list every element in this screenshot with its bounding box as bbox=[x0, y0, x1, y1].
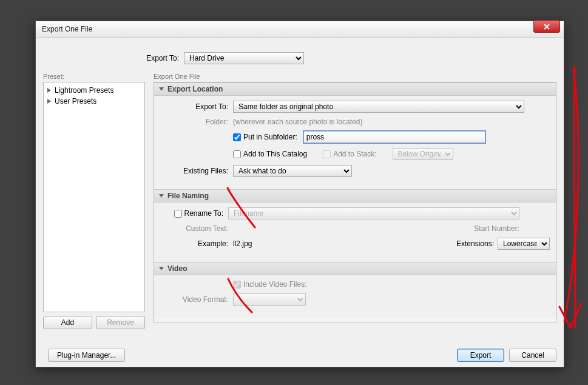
remove-preset-button[interactable]: Remove bbox=[96, 316, 145, 329]
add-to-stack-input bbox=[323, 150, 331, 158]
close-icon bbox=[544, 24, 550, 30]
plugin-manager-button[interactable]: Plug-in Manager... bbox=[48, 349, 125, 362]
triangle-down-icon bbox=[159, 267, 164, 270]
exportloc-exportto-label: Export To: bbox=[160, 102, 233, 111]
preset-item-label: Lightroom Presets bbox=[55, 86, 113, 95]
title-bar: Export One File bbox=[36, 21, 564, 38]
preset-column: Preset: Lightroom Presets User Presets A… bbox=[43, 73, 145, 329]
add-preset-button[interactable]: Add bbox=[43, 316, 92, 329]
rename-to-select: Filename bbox=[228, 207, 519, 219]
include-video-label: Include Video Files: bbox=[243, 280, 307, 289]
rename-to-checkbox[interactable]: Rename To: bbox=[160, 209, 228, 218]
settings-column: Export One File Export Location Export T… bbox=[154, 73, 556, 329]
video-format-label: Video Format: bbox=[160, 295, 233, 304]
example-label: Example: bbox=[160, 239, 233, 248]
export-to-select[interactable]: Hard Drive bbox=[184, 52, 304, 64]
rename-to-input[interactable] bbox=[174, 210, 182, 218]
columns: Preset: Lightroom Presets User Presets A… bbox=[43, 73, 556, 329]
dialog-body: Export To: Hard Drive Preset: Lightroom … bbox=[36, 38, 564, 329]
put-in-subfolder-checkbox[interactable]: Put in Subfolder: bbox=[233, 133, 297, 141]
section-body-export-location: Export To: Same folder as original photo… bbox=[154, 96, 556, 189]
export-dialog: Export One File Export To: Hard Drive Pr… bbox=[35, 21, 564, 367]
put-in-subfolder-input[interactable] bbox=[233, 133, 241, 141]
dialog-footer: Plug-in Manager... Export Cancel bbox=[43, 349, 556, 362]
include-video-checkbox: Include Video Files: bbox=[233, 280, 307, 289]
custom-text-label: Custom Text: bbox=[160, 224, 233, 233]
stack-position-select: Below Original bbox=[393, 148, 453, 160]
video-format-select bbox=[233, 293, 306, 306]
put-in-subfolder-label: Put in Subfolder: bbox=[243, 133, 297, 141]
extensions-select[interactable]: Lowercase bbox=[498, 238, 550, 250]
include-video-input bbox=[233, 281, 241, 289]
preset-item-label: User Presets bbox=[55, 97, 96, 105]
export-button[interactable]: Export bbox=[457, 349, 504, 362]
preset-buttons: Add Remove bbox=[43, 316, 145, 329]
section-title: Export Location bbox=[167, 85, 223, 93]
dialog-title: Export One File bbox=[42, 25, 560, 33]
preset-item-lightroom[interactable]: Lightroom Presets bbox=[45, 85, 143, 96]
extensions-label: Extensions: bbox=[456, 239, 494, 248]
section-body-video: Include Video Files: Video Format: bbox=[154, 275, 556, 318]
close-button[interactable] bbox=[533, 20, 560, 33]
section-header-file-naming[interactable]: File Naming bbox=[154, 189, 556, 203]
section-title: File Naming bbox=[167, 192, 209, 200]
exportloc-exportto-select[interactable]: Same folder as original photo bbox=[233, 101, 524, 113]
add-to-catalog-input[interactable] bbox=[233, 150, 241, 158]
rename-to-label: Rename To: bbox=[184, 209, 223, 218]
add-to-stack-checkbox: Add to Stack: bbox=[323, 150, 376, 158]
add-to-catalog-label: Add to This Catalog bbox=[243, 150, 307, 158]
section-body-file-naming: Rename To: Filename Custom Text: Start N… bbox=[154, 203, 556, 262]
section-header-video[interactable]: Video bbox=[154, 262, 556, 275]
section-header-export-location[interactable]: Export Location bbox=[154, 82, 556, 96]
preset-label: Preset: bbox=[43, 73, 145, 80]
existing-files-label: Existing Files: bbox=[160, 167, 233, 175]
folder-value: (wherever each source photo is located) bbox=[233, 118, 362, 126]
settings-title: Export One File bbox=[154, 73, 556, 80]
triangle-down-icon bbox=[159, 194, 164, 198]
section-title: Video bbox=[167, 264, 187, 273]
settings-scroll[interactable]: Export Location Export To: Same folder a… bbox=[154, 82, 556, 323]
preset-list[interactable]: Lightroom Presets User Presets bbox=[43, 82, 145, 312]
cancel-button[interactable]: Cancel bbox=[509, 349, 556, 362]
start-number-label: Start Number: bbox=[474, 224, 519, 233]
subfolder-input[interactable] bbox=[303, 131, 485, 143]
add-to-stack-label: Add to Stack: bbox=[333, 150, 376, 158]
add-to-catalog-checkbox[interactable]: Add to This Catalog bbox=[233, 150, 307, 158]
folder-label: Folder: bbox=[160, 118, 233, 126]
example-value: ll2.jpg bbox=[233, 239, 252, 248]
export-to-label: Export To: bbox=[43, 54, 184, 62]
triangle-right-icon bbox=[47, 88, 51, 93]
existing-files-select[interactable]: Ask what to do bbox=[233, 165, 352, 177]
triangle-right-icon bbox=[47, 99, 51, 104]
export-to-row: Export To: Hard Drive bbox=[43, 44, 556, 73]
preset-item-user[interactable]: User Presets bbox=[45, 96, 143, 107]
triangle-down-icon bbox=[159, 87, 164, 91]
